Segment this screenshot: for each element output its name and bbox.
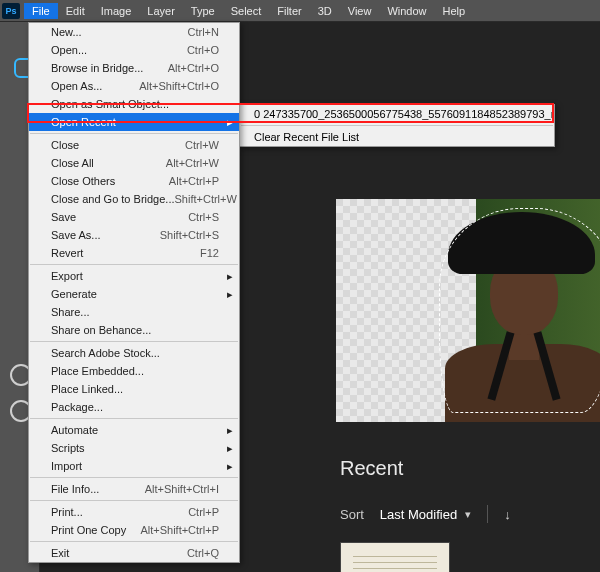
menu-item-print-one-copy[interactable]: Print One CopyAlt+Shift+Ctrl+P <box>29 521 239 539</box>
menu-item-label: Save As... <box>51 229 101 241</box>
menu-item-label: Place Embedded... <box>51 365 144 377</box>
menu-item-shortcut: F12 <box>200 247 219 259</box>
selection-marquee <box>439 208 600 413</box>
divider <box>487 505 488 523</box>
menu-item-shortcut: Ctrl+P <box>188 506 219 518</box>
submenu-arrow-icon: ▸ <box>227 442 233 455</box>
menu-item-label: Export <box>51 270 83 282</box>
submenu-arrow-icon: ▸ <box>227 424 233 437</box>
sort-value: Last Modified <box>380 507 457 522</box>
menu-item-shortcut: Alt+Ctrl+O <box>168 62 219 74</box>
menu-item-close-all[interactable]: Close AllAlt+Ctrl+W <box>29 154 239 172</box>
menu-item-label: Close and Go to Bridge... <box>51 193 175 205</box>
menu-item-label: New... <box>51 26 82 38</box>
menu-item-open-as[interactable]: Open As...Alt+Shift+Ctrl+O <box>29 77 239 95</box>
sort-direction-icon[interactable]: ↓ <box>504 507 511 522</box>
menu-item-label: Exit <box>51 547 69 559</box>
menu-edit[interactable]: Edit <box>58 3 93 19</box>
menu-item-shortcut: Ctrl+W <box>185 139 219 151</box>
menu-item-label: File Info... <box>51 483 99 495</box>
menu-item-shortcut: Ctrl+N <box>188 26 219 38</box>
separator <box>241 125 553 126</box>
menu-item-label: Print One Copy <box>51 524 126 536</box>
menu-item-label: Save <box>51 211 76 223</box>
menu-item-generate[interactable]: Generate▸ <box>29 285 239 303</box>
menu-item-shortcut: Alt+Shift+Ctrl+P <box>140 524 219 536</box>
menu-item-close-and-go-to-bridge[interactable]: Close and Go to Bridge...Shift+Ctrl+W <box>29 190 239 208</box>
menu-item-label: Share on Behance... <box>51 324 151 336</box>
chevron-down-icon: ▾ <box>465 508 471 521</box>
menu-file[interactable]: File <box>24 3 58 19</box>
menu-item-place-linked[interactable]: Place Linked... <box>29 380 239 398</box>
file-menu-dropdown: New...Ctrl+NOpen...Ctrl+OBrowse in Bridg… <box>28 22 240 563</box>
menu-filter[interactable]: Filter <box>269 3 309 19</box>
menu-item-label: Open... <box>51 44 87 56</box>
menu-item-label: Browse in Bridge... <box>51 62 143 74</box>
menu-item-shortcut: Alt+Ctrl+P <box>169 175 219 187</box>
menu-3d[interactable]: 3D <box>310 3 340 19</box>
menu-item-exit[interactable]: ExitCtrl+Q <box>29 544 239 562</box>
menu-item-search-adobe-stock[interactable]: Search Adobe Stock... <box>29 344 239 362</box>
menu-item-close[interactable]: CloseCtrl+W <box>29 136 239 154</box>
menu-item-label: Open Recent <box>51 116 116 128</box>
menu-select[interactable]: Select <box>223 3 270 19</box>
menubar: Ps File Edit Image Layer Type Select Fil… <box>0 0 600 22</box>
menu-item-label: Revert <box>51 247 83 259</box>
menu-help[interactable]: Help <box>435 3 474 19</box>
menu-item-file-info[interactable]: File Info...Alt+Shift+Ctrl+I <box>29 480 239 498</box>
separator <box>30 418 238 419</box>
menu-item-close-others[interactable]: Close OthersAlt+Ctrl+P <box>29 172 239 190</box>
separator <box>30 500 238 501</box>
menu-item-share[interactable]: Share... <box>29 303 239 321</box>
document-thumbnail[interactable] <box>336 199 600 422</box>
menu-item-label: Scripts <box>51 442 85 454</box>
menu-item-label: Open As... <box>51 80 102 92</box>
menu-item-package[interactable]: Package... <box>29 398 239 416</box>
menu-item-label: Package... <box>51 401 103 413</box>
menu-item-label: Close Others <box>51 175 115 187</box>
menu-item-import[interactable]: Import▸ <box>29 457 239 475</box>
menu-item-new[interactable]: New...Ctrl+N <box>29 23 239 41</box>
menu-item-scripts[interactable]: Scripts▸ <box>29 439 239 457</box>
menu-item-browse-in-bridge[interactable]: Browse in Bridge...Alt+Ctrl+O <box>29 59 239 77</box>
menu-image[interactable]: Image <box>93 3 140 19</box>
menu-item-open[interactable]: Open...Ctrl+O <box>29 41 239 59</box>
recent-file-item[interactable]: 0 247335700_2536500056775438_55760911848… <box>240 105 554 123</box>
menu-item-open-recent[interactable]: Open Recent▸ <box>29 113 239 131</box>
recent-heading: Recent <box>340 457 403 480</box>
menu-item-shortcut: Alt+Shift+Ctrl+I <box>145 483 219 495</box>
separator <box>30 341 238 342</box>
open-recent-submenu: 0 247335700_2536500056775438_55760911848… <box>239 104 555 147</box>
menu-item-label: Generate <box>51 288 97 300</box>
menu-item-save-as[interactable]: Save As...Shift+Ctrl+S <box>29 226 239 244</box>
menu-view[interactable]: View <box>340 3 380 19</box>
submenu-arrow-icon: ▸ <box>227 460 233 473</box>
menu-item-place-embedded[interactable]: Place Embedded... <box>29 362 239 380</box>
menu-item-shortcut: Ctrl+O <box>187 44 219 56</box>
menu-item-label: Close <box>51 139 79 151</box>
menu-item-label: Close All <box>51 157 94 169</box>
menu-item-print[interactable]: Print...Ctrl+P <box>29 503 239 521</box>
submenu-arrow-icon: ▸ <box>227 288 233 301</box>
menu-type[interactable]: Type <box>183 3 223 19</box>
menu-item-shortcut: Ctrl+S <box>188 211 219 223</box>
menu-window[interactable]: Window <box>379 3 434 19</box>
clear-recent-item[interactable]: Clear Recent File List <box>240 128 554 146</box>
recent-file-thumbnail[interactable] <box>340 542 450 572</box>
menu-item-revert[interactable]: RevertF12 <box>29 244 239 262</box>
menu-item-save[interactable]: SaveCtrl+S <box>29 208 239 226</box>
menu-item-label: Open as Smart Object... <box>51 98 169 110</box>
menu-item-export[interactable]: Export▸ <box>29 267 239 285</box>
menu-item-label: Import <box>51 460 82 472</box>
menu-item-label: Share... <box>51 306 90 318</box>
menu-layer[interactable]: Layer <box>139 3 183 19</box>
separator <box>30 541 238 542</box>
submenu-arrow-icon: ▸ <box>227 270 233 283</box>
menu-item-shortcut: Ctrl+Q <box>187 547 219 559</box>
menu-item-shortcut: Shift+Ctrl+W <box>175 193 237 205</box>
submenu-arrow-icon: ▸ <box>227 116 233 129</box>
menu-item-share-on-behance[interactable]: Share on Behance... <box>29 321 239 339</box>
sort-dropdown[interactable]: Last Modified ▾ <box>380 507 471 522</box>
menu-item-open-as-smart-object[interactable]: Open as Smart Object... <box>29 95 239 113</box>
menu-item-automate[interactable]: Automate▸ <box>29 421 239 439</box>
